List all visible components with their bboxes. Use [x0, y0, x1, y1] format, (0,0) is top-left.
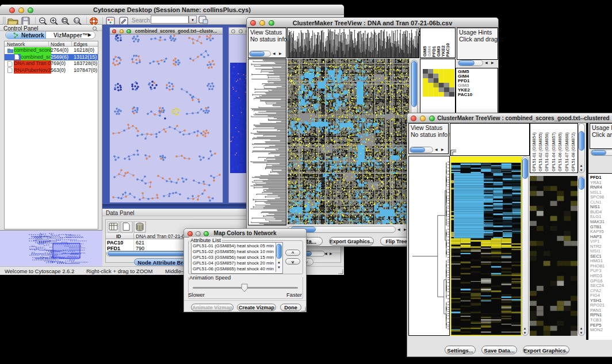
svg-text:1:1: 1:1 [75, 19, 79, 22]
